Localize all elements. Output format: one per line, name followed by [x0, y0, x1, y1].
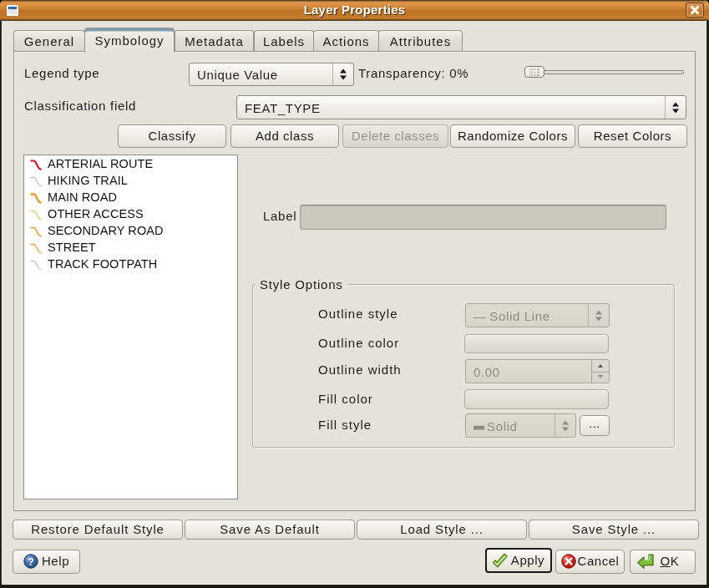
svg-text:?: ? [28, 556, 34, 568]
